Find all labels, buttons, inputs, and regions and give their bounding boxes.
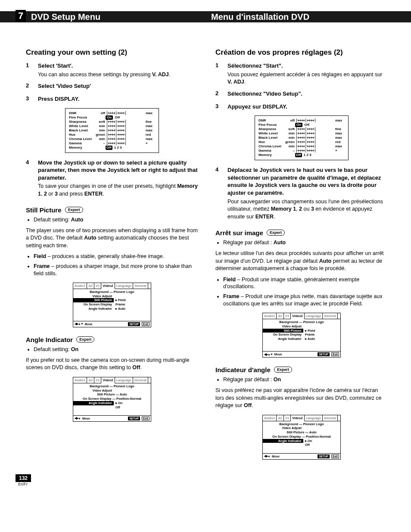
column-english: Creating your own setting (2) 1 Select '… bbox=[26, 48, 198, 466]
chapter-number: 7 bbox=[16, 10, 26, 22]
setup-button: SETUP bbox=[318, 352, 330, 356]
osd-tab: General bbox=[133, 283, 148, 289]
adj-row: Chroma Levelmin|++++|++++|max bbox=[69, 137, 155, 141]
arrows-icon: ◀▶▲ bbox=[75, 417, 81, 420]
step-num: 1 bbox=[26, 62, 38, 78]
video-adjust-panel-fr: DNRoff|++++|++++|maxFine FocusOn OffShar… bbox=[255, 115, 349, 160]
osd-tab: V1 bbox=[284, 415, 291, 421]
angle-heading-en: Angle Indicator Expert bbox=[26, 336, 198, 343]
osd-tab: Audio1 bbox=[263, 415, 277, 421]
osd-tab: Audio1 bbox=[73, 283, 87, 289]
osd-line: Angle Indicator▸On bbox=[263, 439, 340, 443]
osd-line: Angle Indicator▸On bbox=[73, 401, 151, 405]
angle-text-en: If you prefer not to see the camera icon… bbox=[26, 357, 198, 372]
move-label: Move bbox=[85, 323, 127, 326]
section-title-fr: Création de vos propres réglages (2) bbox=[215, 48, 388, 57]
osd-footer: ◀▶▲▼MoveSETUPExit bbox=[73, 321, 151, 327]
osd-footer: ◀▶▲MoveSETUPExit bbox=[263, 453, 340, 459]
step-title: Select 'Video Setup' bbox=[38, 82, 198, 90]
exit-button: Exit bbox=[142, 417, 149, 420]
adj-row: White Levelmin|++++|++++|max bbox=[258, 131, 345, 136]
still-picture-heading-en: Still Picture Expert bbox=[26, 206, 198, 214]
still-picture-heading-fr: Arrêt sur image Expert bbox=[215, 229, 388, 236]
adj-row: Fine FocusOn Off bbox=[258, 123, 345, 127]
step-text: Vous pouvez également accéder à ces régl… bbox=[227, 72, 382, 85]
page-number: 132 bbox=[16, 474, 31, 482]
expert-badge: Expert bbox=[274, 367, 292, 373]
still-default-en: Default setting: Auto bbox=[34, 216, 198, 224]
adj-row: Gamma–|++++|++++|+ bbox=[69, 141, 155, 146]
osd-line: Off bbox=[73, 405, 151, 410]
steps-en: 1 Select 'Start'. You can also access th… bbox=[26, 62, 198, 104]
adj-row: Fine FocusOn Off bbox=[69, 115, 155, 120]
step-num: 2 bbox=[215, 90, 227, 99]
step-text: You can also access these settings by pr… bbox=[38, 72, 170, 78]
osd-tab: V1 bbox=[94, 283, 101, 289]
osd-line: Still Picture — Auto bbox=[73, 392, 151, 397]
osd-tabs: Audio1A2V1Video2LanguageGeneral bbox=[73, 283, 151, 289]
osd-tab: Language bbox=[305, 415, 323, 421]
osd-still-picture-en: Audio1A2V1Video2LanguageGeneralBackgroun… bbox=[73, 283, 151, 327]
osd-line: Off bbox=[263, 443, 340, 447]
section-title-en: Creating your own setting (2) bbox=[26, 48, 198, 57]
column-french: Création de vos propres réglages (2) 1 S… bbox=[215, 48, 388, 466]
setup-button: SETUP bbox=[128, 417, 140, 420]
osd-tab: V1 bbox=[94, 377, 101, 383]
adj-row: Black Levelmin|++++|++++|max bbox=[258, 136, 345, 140]
step-num: 3 bbox=[26, 95, 38, 104]
osd-tabs: Audio1A2V1Video2LanguageGeneral bbox=[263, 313, 340, 319]
expert-badge: Expert bbox=[76, 336, 94, 342]
osd-tabs: Audio1A2V1Video2LanguageGeneral bbox=[73, 377, 151, 383]
still-default-fr: Réglage par défaut : Auto bbox=[223, 239, 388, 246]
osd-tab: Language bbox=[115, 377, 133, 383]
osd-line: Video Adjust bbox=[73, 294, 151, 299]
still-options-fr: Field – Produit une image stable, généra… bbox=[223, 276, 388, 308]
header-bar: 7 DVD Setup Menu Menu d'installation DVD bbox=[0, 11, 411, 22]
osd-body: Background — Pioneer LogoVideo AdjustSti… bbox=[263, 421, 340, 453]
osd-line: Still Picture▸Field bbox=[73, 298, 151, 302]
adj-row: DNRoff|++++|++++|max bbox=[69, 111, 155, 115]
osd-line: On Screen DisplayFrame bbox=[73, 302, 151, 307]
step-text: To save your changes in one of the user … bbox=[38, 183, 198, 197]
step-text: Pour sauvegarder vos changements sous l'… bbox=[227, 199, 383, 220]
osd-line: Angle Indicator▸Auto bbox=[263, 337, 340, 341]
osd-tab: Audio1 bbox=[263, 313, 277, 319]
osd-body: Background — Pioneer LogoVideo AdjustSti… bbox=[73, 383, 151, 415]
exit-button: Exit bbox=[331, 454, 339, 458]
angle-text-fr: Si vous préférez ne pas voir apparaître … bbox=[215, 387, 388, 410]
step-num: 2 bbox=[26, 82, 38, 91]
header-title-right: Menu d'installation DVD bbox=[211, 12, 309, 22]
step-title: Move the Joystick up or down to select a… bbox=[38, 159, 198, 182]
step-title: Sélectionnez "Start". bbox=[227, 62, 388, 70]
osd-tab: A2 bbox=[277, 415, 284, 421]
osd-tab: Language bbox=[115, 283, 133, 289]
angle-default-fr: Réglage par défaut : On bbox=[223, 376, 388, 383]
adj-row: Gamma–|++++|++++|+ bbox=[258, 149, 345, 153]
osd-tab: Audio1 bbox=[73, 377, 87, 383]
steps-fr-4: 4 Déplacez le Joystick vers le haut ou v… bbox=[215, 166, 388, 221]
adj-row: DNRoff|++++|++++|max bbox=[258, 118, 345, 123]
step-title: Sélectionnez "Video Setup". bbox=[227, 90, 388, 98]
osd-body: Background — Pioneer LogoVideo AdjustSti… bbox=[263, 319, 340, 351]
osd-angle-indicator-fr: Audio1A2V1Video2LanguageGeneralBackgroun… bbox=[262, 415, 341, 460]
arrows-icon: ◀▶▲ bbox=[264, 454, 270, 458]
adj-row: Huegreen|++++|++++|red bbox=[69, 133, 155, 137]
osd-tab: General bbox=[133, 377, 148, 383]
adj-row: Sharpnesssoft|++++|++++|fine bbox=[258, 127, 345, 131]
osd-line: Video Adjust bbox=[73, 389, 151, 393]
expert-badge: Expert bbox=[65, 207, 83, 213]
osd-tab: Language bbox=[305, 313, 323, 319]
step-title: Déplacez le Joystick vers le haut ou ver… bbox=[227, 166, 388, 196]
step-num: 4 bbox=[215, 166, 227, 221]
move-label: Move bbox=[274, 353, 316, 356]
lang-tag: En/Fr bbox=[18, 482, 31, 486]
video-adjust-panel-en: DNRoff|++++|++++|maxFine FocusOn OffShar… bbox=[65, 108, 159, 153]
adj-row: MemoryOff 1 2 3 bbox=[258, 153, 345, 157]
steps-en-4: 4 Move the Joystick up or down to select… bbox=[26, 159, 198, 198]
osd-tab: General bbox=[323, 415, 338, 421]
osd-line: On Screen Display — Position-Normal bbox=[73, 397, 151, 401]
step-num: 3 bbox=[215, 103, 227, 112]
angle-default-en: Default setting: On bbox=[34, 346, 198, 353]
page-body: Creating your own setting (2) 1 Select '… bbox=[0, 22, 411, 474]
osd-line: Angle Indicator▸Auto bbox=[73, 307, 151, 311]
